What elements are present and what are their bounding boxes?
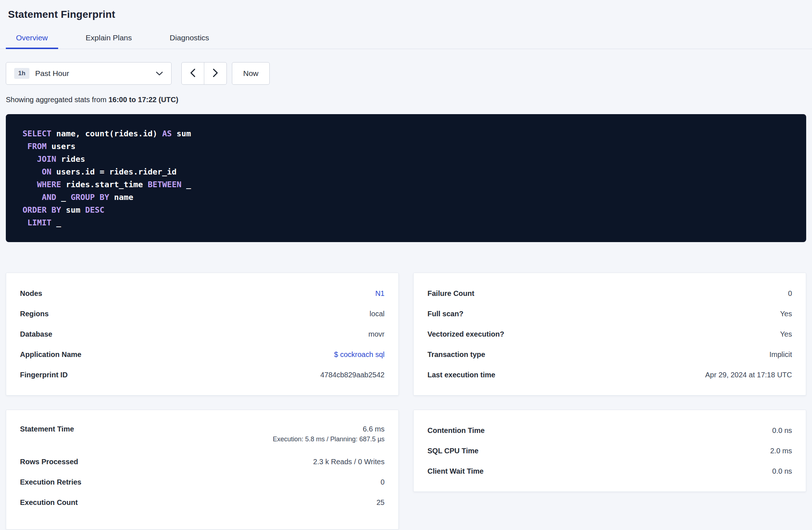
- row-value: 2.3 k Reads / 0 Writes: [313, 458, 385, 466]
- timing-cards-row: Statement Time6.6 msExecution: 5.8 ms / …: [6, 410, 806, 530]
- time-range-dropdown[interactable]: 1h Past Hour: [6, 62, 172, 85]
- row-value: 2.0 ms: [770, 447, 792, 455]
- row-value: 6.6 ms: [273, 425, 385, 433]
- row-value: movr: [369, 330, 385, 338]
- sql-text: name, count(rides.id): [51, 129, 162, 138]
- row-value-wrap: 4784cb829aab2542: [320, 371, 385, 379]
- row-label: Transaction type: [427, 350, 485, 359]
- prev-time-interval-button[interactable]: [181, 62, 204, 85]
- row-label: Nodes: [20, 289, 42, 298]
- row-value-wrap: 25: [377, 498, 385, 507]
- sql-text: rides: [56, 154, 85, 164]
- sql-keyword: SELECT: [23, 129, 51, 138]
- sql-line: JOIN rides: [23, 153, 789, 165]
- row-value-wrap: 2.3 k Reads / 0 Writes: [313, 458, 385, 466]
- sql-line: ORDER BY sum DESC: [23, 204, 789, 216]
- sql-text: [23, 193, 42, 202]
- card-row: Rows Processed2.3 k Reads / 0 Writes: [20, 451, 385, 472]
- sql-keyword: JOIN: [37, 154, 56, 164]
- row-value-link[interactable]: $ cockroach sql: [334, 350, 385, 359]
- time-range-label: Past Hour: [35, 69, 156, 78]
- sql-text: [23, 154, 37, 164]
- row-label: Statement Time: [20, 425, 74, 433]
- card-row: Application Name$ cockroach sql: [20, 344, 385, 365]
- row-value: 25: [377, 498, 385, 507]
- sql-keyword: AND: [42, 193, 56, 202]
- card-row: Execution Count25: [20, 492, 385, 513]
- statement-timing-card: Statement Time6.6 msExecution: 5.8 ms / …: [6, 410, 399, 530]
- now-button[interactable]: Now: [232, 62, 270, 85]
- card-row: Client Wait Time0.0 ns: [427, 461, 792, 481]
- row-value: 0.0 ns: [772, 426, 792, 435]
- row-value-wrap: N1: [375, 289, 385, 298]
- row-subvalue: Execution: 5.8 ms / Planning: 687.5 µs: [273, 435, 385, 443]
- row-value: local: [370, 310, 385, 318]
- card-row: Execution Retries0: [20, 472, 385, 492]
- row-value-wrap: $ cockroach sql: [334, 350, 385, 359]
- row-label: Execution Retries: [20, 478, 81, 486]
- time-controls: 1h Past Hour Now: [6, 62, 806, 85]
- card-row: NodesN1: [20, 283, 385, 304]
- sql-text: name: [109, 193, 133, 202]
- sql-keyword: GROUP BY: [71, 193, 109, 202]
- sql-text: [23, 167, 42, 176]
- card-row: Statement Time6.6 msExecution: 5.8 ms / …: [20, 420, 385, 451]
- sql-line: FROM users: [23, 140, 789, 153]
- wait-time-card: Contention Time0.0 nsSQL CPU Time2.0 msC…: [413, 410, 806, 492]
- chevron-right-icon: [213, 68, 218, 79]
- row-value-wrap: 0.0 ns: [772, 467, 792, 475]
- row-value: Implicit: [769, 350, 792, 359]
- row-label: Last execution time: [427, 371, 495, 379]
- row-value-wrap: local: [370, 310, 385, 318]
- tab-diagnostics[interactable]: Diagnostics: [160, 28, 220, 49]
- sql-keyword: ON: [42, 167, 52, 176]
- row-label: Application Name: [20, 350, 81, 359]
- row-value-wrap: Apr 29, 2024 at 17:18 UTC: [705, 371, 792, 379]
- row-label: Fingerprint ID: [20, 371, 68, 379]
- card-row: Contention Time0.0 ns: [427, 420, 792, 441]
- row-value: 0: [788, 289, 792, 298]
- stats-summary-prefix: Showing aggregated stats from: [6, 96, 108, 104]
- sql-text: rides.start_time: [61, 180, 148, 189]
- row-value-wrap: movr: [369, 330, 385, 338]
- execution-attributes-rows: Failure Count0Full scan?YesVectorized ex…: [427, 283, 792, 385]
- row-value-wrap: Yes: [780, 330, 792, 338]
- sql-keyword: FROM: [27, 142, 47, 151]
- sql-text: [23, 180, 37, 189]
- row-value: 4784cb829aab2542: [320, 371, 385, 379]
- wait-time-rows: Contention Time0.0 nsSQL CPU Time2.0 msC…: [427, 420, 792, 481]
- card-row: Full scan?Yes: [427, 304, 792, 324]
- statement-timing-rows: Statement Time6.6 msExecution: 5.8 ms / …: [20, 420, 385, 513]
- tab-overview[interactable]: Overview: [6, 28, 58, 49]
- card-row: Transaction typeImplicit: [427, 344, 792, 365]
- chevron-down-icon: [156, 71, 163, 76]
- row-label: Full scan?: [427, 310, 463, 318]
- row-value: 0.0 ns: [772, 467, 792, 475]
- sql-line: SELECT name, count(rides.id) AS sum: [23, 127, 789, 140]
- stats-summary-range: 16:00 to 17:22 (UTC): [108, 96, 178, 104]
- sql-keyword: ORDER BY: [23, 205, 61, 214]
- statement-details-rows: NodesN1RegionslocalDatabasemovrApplicati…: [20, 283, 385, 385]
- row-value: Yes: [780, 310, 792, 318]
- aggregated-stats-summary: Showing aggregated stats from 16:00 to 1…: [6, 96, 806, 104]
- next-time-interval-button[interactable]: [204, 62, 227, 85]
- sql-keyword: AS: [162, 129, 172, 138]
- row-label: Vectorized execution?: [427, 330, 504, 338]
- row-label: Client Wait Time: [427, 467, 483, 475]
- tab-explain-plans[interactable]: Explain Plans: [76, 28, 142, 49]
- sql-text: [23, 142, 27, 151]
- row-label: SQL CPU Time: [427, 447, 478, 455]
- sql-text: sum: [172, 129, 191, 138]
- statement-fingerprint-page: Statement Fingerprint Overview Explain P…: [0, 0, 812, 530]
- card-row: Fingerprint ID4784cb829aab2542: [20, 365, 385, 385]
- sql-text: _: [56, 193, 71, 202]
- sql-line: ON users.id = rides.rider_id: [23, 165, 789, 178]
- sql-line: WHERE rides.start_time BETWEEN _: [23, 178, 789, 191]
- sql-keyword: WHERE: [37, 180, 61, 189]
- card-row: Failure Count0: [427, 283, 792, 304]
- row-value: Yes: [780, 330, 792, 338]
- row-label: Failure Count: [427, 289, 474, 298]
- sql-text: users.id = rides.rider_id: [51, 167, 176, 176]
- chevron-left-icon: [190, 68, 196, 79]
- row-value-link[interactable]: N1: [375, 289, 385, 298]
